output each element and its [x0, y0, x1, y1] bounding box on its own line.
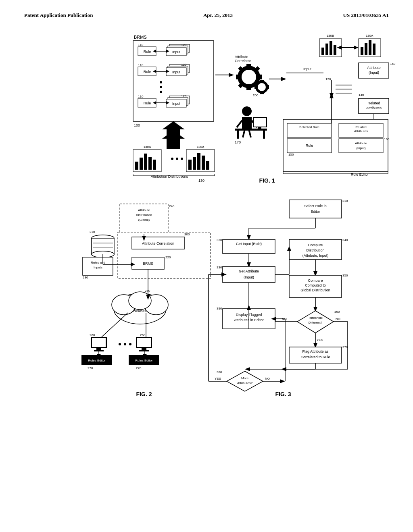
header-right: US 2013/0103635 A1: [343, 12, 389, 19]
svg-text:130A: 130A: [144, 145, 151, 149]
re-related-text2: Attributes: [354, 129, 368, 133]
box-310-text2: Editor: [311, 210, 320, 214]
n120-2: 120: [181, 63, 187, 66]
comp-dot-3: [129, 343, 131, 345]
n310-label: 310: [342, 199, 348, 203]
svg-rect-72: [137, 338, 151, 347]
rule-inner-text: Rule: [306, 143, 313, 148]
re-attr-text1: Attribute: [355, 141, 367, 145]
svg-rect-33: [321, 48, 324, 55]
selected-rule-text: Selected Rule: [299, 125, 319, 129]
fig1-container: BRMS Rule 110 Input 120: [110, 27, 303, 184]
n360-label: 360: [334, 310, 340, 314]
n270-1-label: 270: [88, 366, 93, 370]
svg-rect-27: [260, 80, 264, 83]
brms-label: BRMS: [134, 35, 147, 39]
box-330-text2: (Input): [244, 275, 254, 279]
box-350-text2: Computed to: [305, 283, 326, 287]
svg-rect-69: [96, 348, 101, 350]
svg-rect-1: [135, 162, 138, 170]
n260-2-label: 260: [140, 333, 146, 337]
svg-rect-74: [139, 350, 149, 351]
svg-rect-4: [148, 157, 152, 170]
svg-rect-54: [254, 118, 266, 127]
svg-rect-51: [237, 131, 239, 139]
re-attr-input-box: [339, 139, 383, 153]
n250-label: 250: [145, 289, 150, 293]
n260-1-label: 260: [90, 333, 95, 337]
n160-1-label: 160: [390, 62, 396, 66]
attribution-dist-label: Attribution Distributions: [151, 175, 188, 179]
comp-dot-1: [119, 343, 121, 345]
n320-label: 320: [217, 238, 222, 242]
rule-text-3: Rule: [144, 101, 151, 105]
input-label-mid: Input: [303, 67, 312, 71]
chart-dot-2: [176, 158, 178, 160]
svg-rect-55: [258, 127, 261, 129]
brms-inner-text: BRMS: [143, 262, 153, 266]
bar-chart-130a-right: 130A: [186, 145, 215, 172]
figures-area: BRMS Rule 110 Input 120: [24, 27, 389, 397]
n300-label: 300: [184, 233, 190, 236]
svg-rect-11: [202, 156, 205, 170]
rules-editor-text-1: Rules Editor: [88, 359, 106, 362]
svg-rect-41: [369, 40, 371, 55]
svg-rect-10: [197, 153, 200, 170]
no-label-360-left: NO: [282, 317, 287, 321]
n160-2-label: 160: [384, 137, 390, 141]
svg-text:130B: 130B: [327, 34, 334, 37]
svg-rect-28: [260, 91, 264, 94]
n120-4-label: 120: [325, 77, 331, 81]
attr-input-text2: (Input): [369, 71, 379, 75]
adg-text2: Distribution: [136, 213, 152, 217]
n390-label: 390: [217, 307, 222, 310]
n270-2-label: 270: [136, 366, 142, 370]
svg-point-31: [259, 85, 264, 89]
svg-rect-45: [242, 117, 252, 129]
n230-label: 230: [83, 276, 88, 279]
bar-chart-130b: 130B: [319, 34, 342, 57]
n220-label: 220: [165, 256, 171, 259]
svg-rect-18: [236, 75, 240, 79]
bar-chart-130a-top-right: 130A: [359, 34, 381, 57]
dot-2: [160, 86, 162, 88]
svg-rect-42: [373, 44, 375, 55]
n330-label: 330: [217, 266, 222, 269]
svg-rect-19: [258, 75, 262, 79]
box-350-text1: Compare: [308, 278, 323, 283]
diamond-360-text2: Different?: [309, 321, 323, 324]
chart-dot-3: [181, 158, 183, 160]
130b-to-130a-head-right: [354, 46, 359, 50]
n350-label: 350: [342, 274, 348, 277]
header-center: Apr. 25, 2013: [203, 12, 233, 19]
chart-dot-1: [171, 158, 173, 160]
svg-point-24: [244, 72, 254, 82]
network-cloud: Network: [112, 292, 168, 324]
attr-corr-text: Attribute Correlation: [142, 241, 174, 245]
370-to-380-head: [245, 367, 250, 371]
person-figure: [235, 106, 267, 139]
re-related-text1: Related: [355, 125, 367, 129]
svg-rect-56: [256, 129, 263, 131]
header-left: Patent Application Publication: [24, 12, 93, 19]
dot-1: [160, 81, 162, 83]
n380-label: 380: [217, 370, 222, 374]
box-340-text1: Compute: [308, 243, 323, 247]
box-340-text2: Distribution: [306, 248, 324, 252]
svg-rect-70: [94, 350, 104, 351]
svg-rect-30: [266, 85, 269, 89]
svg-rect-12: [206, 161, 209, 170]
computer-right: [136, 337, 152, 351]
gear-to-right-head: [281, 77, 286, 81]
n100-label: 100: [134, 123, 140, 127]
n120-1: 120: [181, 43, 187, 47]
n340-label: 340: [342, 238, 348, 242]
svg-rect-9: [193, 157, 196, 170]
chevron-down-2: [162, 131, 185, 149]
re-attr-text2: (Input): [356, 146, 365, 150]
net-to-comp-left: [102, 313, 128, 337]
rules-inputs-text2: Inputs: [94, 266, 102, 269]
n140-label: 140: [359, 93, 364, 97]
svg-point-44: [242, 106, 252, 116]
n210-label: 210: [90, 230, 95, 234]
